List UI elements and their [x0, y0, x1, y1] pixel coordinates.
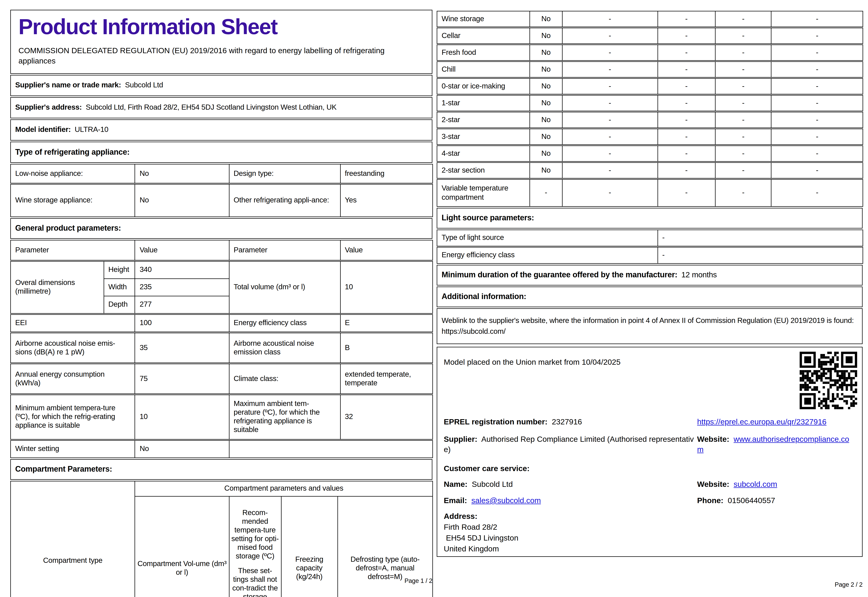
light-source-table: Type of light source - Energy efficiency…: [437, 230, 863, 264]
care-website-label: Website:: [697, 480, 729, 489]
noise-class-value: B: [340, 332, 433, 363]
row-4-star: 4-star No - - - -: [437, 145, 863, 162]
row-presence: No: [530, 44, 562, 61]
website-label: Website:: [697, 435, 729, 443]
supplier-name-row: Supplier's name or trade mark: Subcold L…: [10, 75, 433, 96]
model-identifier-value: ULTRA-10: [75, 126, 108, 134]
row-presence: No: [530, 61, 562, 78]
market-info-box: Model placed on the Union market from 10…: [437, 347, 862, 557]
height-value: 340: [135, 261, 229, 279]
eei-label: EEI: [11, 314, 135, 332]
qr-code: [800, 352, 857, 409]
recommended-temp-header-main: Recom-mended tempera-ture setting for op…: [231, 509, 279, 561]
row-presence: No: [530, 162, 562, 179]
noise-class-label: Airborne acoustical noise emission class: [229, 332, 340, 363]
row-dash: -: [772, 95, 863, 111]
value-header-1: Value: [135, 240, 229, 261]
row-dash: -: [658, 44, 715, 61]
eprel-link-wrap: https://eprel.ec.europa.eu/qr/2327916: [697, 417, 859, 427]
guarantee-row: Minimum duration of the guarantee offere…: [437, 265, 862, 285]
row-dash: -: [658, 162, 715, 179]
row-dash: -: [562, 78, 658, 95]
row-dash: -: [658, 28, 715, 44]
row-dash: -: [658, 61, 715, 78]
address-line-3: United Kingdom: [444, 544, 499, 554]
row-label: 0-star or ice-making: [437, 78, 530, 95]
additional-heading-row: Additional information:: [437, 287, 862, 307]
row-dash: -: [715, 145, 772, 162]
supplier-address-row: Supplier's address: Subcold Ltd, Firth R…: [10, 97, 433, 118]
row-dash: -: [772, 145, 863, 162]
light-heading-row: Light source parameters:: [437, 208, 862, 229]
model-identifier-label: Model identifier:: [15, 126, 71, 134]
row-dash: -: [562, 28, 658, 44]
email-link[interactable]: sales@subcold.com: [471, 496, 541, 505]
row-presence: No: [530, 78, 562, 95]
row-label: Fresh food: [437, 44, 530, 61]
row-dash: -: [715, 95, 772, 111]
row-dash: -: [772, 61, 863, 78]
supplier-address-value: Subcold Ltd, Firth Road 28/2, EH54 5DJ S…: [86, 103, 336, 111]
light-class-label: Energy efficiency class: [437, 247, 658, 264]
model-identifier-row: Model identifier: ULTRA-10: [10, 119, 433, 140]
customer-care-heading: Customer care service:: [444, 463, 529, 474]
row-dash: -: [658, 179, 715, 206]
eprel-label: EPREL registration number:: [444, 417, 548, 426]
light-heading-cell: Light source parameters:: [437, 208, 862, 228]
row-dash: -: [715, 162, 772, 179]
row-dash: -: [562, 111, 658, 128]
light-type-value: -: [658, 230, 863, 247]
other-appliance-label: Other refrigerating appli-ance:: [229, 184, 340, 217]
address-label: Address:: [444, 511, 477, 522]
compartment-heading-cell: Compartment Parameters:: [11, 459, 432, 480]
row-presence: No: [530, 111, 562, 128]
product-information-sheet: Product Information Sheet COMMISSION DEL…: [0, 0, 868, 597]
email-label: Email:: [444, 496, 467, 505]
max-ambient-value: 32: [340, 394, 433, 440]
row-dash: -: [715, 44, 772, 61]
compartment-heading-row: Compartment Parameters:: [10, 459, 433, 480]
row-dash: -: [772, 11, 863, 28]
light-type-label: Type of light source: [437, 230, 658, 247]
compartment-presence-table: Wine storage No - - - - Cellar No - - - …: [437, 11, 863, 207]
page-1-number: Page 1 / 2: [10, 578, 433, 584]
weblink-row: Weblink to the supplier's website, where…: [437, 308, 862, 344]
depth-label: Depth: [104, 296, 135, 314]
care-email: Email: sales@subcold.com: [444, 496, 541, 506]
row-label: Chill: [437, 61, 530, 78]
row-label: 2-star: [437, 111, 530, 128]
winter-setting-value: No: [135, 440, 229, 458]
row-label: Cellar: [437, 28, 530, 44]
supplier-address-label: Supplier's address:: [15, 103, 82, 111]
row-dash: -: [772, 128, 863, 145]
row-dash: -: [562, 61, 658, 78]
weblink-url: https://subcold.com/: [441, 327, 506, 336]
general-heading-cell: General product parameters:: [11, 218, 432, 238]
row-dash: -: [715, 111, 772, 128]
page-2-number: Page 2 / 2: [437, 581, 868, 588]
row-presence: No: [530, 11, 562, 28]
width-value: 235: [135, 279, 229, 296]
row-dash: -: [715, 179, 772, 206]
row-fresh-food: Fresh food No - - - -: [437, 44, 863, 61]
care-website: Website: subcold.com: [697, 479, 777, 490]
supplier-website-wrap: Website: www.authorisedrepcompliance.com: [697, 434, 856, 455]
model-identifier-cell: Model identifier: ULTRA-10: [11, 120, 432, 140]
care-website-link[interactable]: subcold.com: [734, 480, 777, 489]
row-dash: -: [715, 78, 772, 95]
eei-value: 100: [135, 314, 229, 332]
energy-class-value: E: [340, 314, 433, 332]
care-name: Name: Subcold Ltd: [444, 479, 513, 490]
row-chill: Chill No - - - -: [437, 61, 863, 78]
noise-value: 35: [135, 332, 229, 363]
eprel-link[interactable]: https://eprel.ec.europa.eu/qr/2327916: [697, 417, 827, 426]
guarantee-cell: Minimum duration of the guarantee offere…: [437, 265, 862, 285]
design-type-label: Design type:: [229, 164, 340, 184]
total-volume-value: 10: [340, 261, 433, 314]
row-presence: No: [530, 95, 562, 111]
supplier-value: Authorised Rep Compliance Limited (Autho…: [444, 435, 694, 454]
climate-class-value: extended temperate, temperate: [340, 363, 433, 394]
address-line-1: Firth Road 28/2: [444, 522, 497, 533]
regulation-subtitle: COMMISSION DELEGATED REGULATION (EU) 201…: [18, 46, 420, 67]
light-class-value: -: [658, 247, 863, 264]
